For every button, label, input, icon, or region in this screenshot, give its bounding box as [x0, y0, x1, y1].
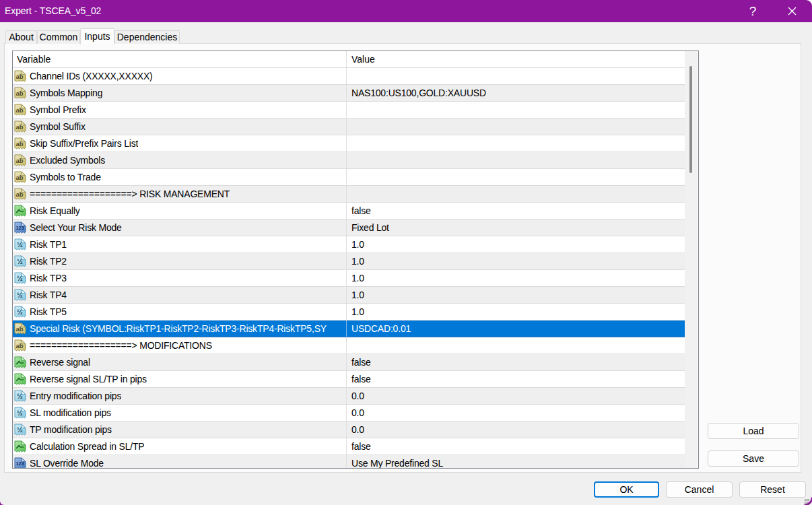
value-cell[interactable]: 0.0	[347, 405, 685, 421]
table-body: abChannel IDs (XXXXX,XXXXX)abSymbols Map…	[13, 68, 685, 469]
close-button[interactable]	[776, 0, 807, 22]
variable-name: ===================> RISK MANAGEMENT	[30, 189, 230, 199]
ok-button[interactable]: OK	[594, 481, 659, 498]
table-row[interactable]: ½Risk TP31.0	[13, 270, 685, 287]
variable-cell[interactable]: ab===================> MODIFICATIONS	[13, 337, 347, 354]
tab-dependencies[interactable]: Dependencies	[114, 30, 180, 44]
value-cell[interactable]	[347, 68, 685, 84]
scrollbar-thumb[interactable]	[689, 66, 692, 173]
variable-cell[interactable]: abSymbol Prefix	[13, 102, 347, 118]
variable-cell[interactable]: ½Risk TP5	[13, 304, 347, 320]
table-row[interactable]: ½TP modification pips0.0	[13, 422, 685, 438]
variable-cell[interactable]: ½Entry modification pips	[13, 388, 347, 404]
table-row[interactable]: Reverse signal SL/TP in pipsfalse	[13, 371, 685, 388]
table-row[interactable]: abSymbol Suffix	[13, 119, 685, 135]
value-cell[interactable]: false	[347, 354, 685, 370]
variable-cell[interactable]: ½TP modification pips	[13, 422, 347, 438]
value-cell[interactable]: USDCAD:0.01	[347, 321, 685, 337]
variable-cell[interactable]: abSkip Suffix/Prefix Pairs List	[13, 135, 347, 152]
variable-cell[interactable]: ab===================> RISK MANAGEMENT	[13, 186, 347, 202]
variable-cell[interactable]: ½Risk TP4	[13, 287, 347, 303]
value-cell[interactable]: 1.0	[347, 270, 685, 286]
value-cell[interactable]	[347, 102, 685, 118]
table-row[interactable]: ½Risk TP41.0	[13, 287, 685, 304]
value-cell[interactable]: 1.0	[347, 304, 685, 320]
tab-common[interactable]: Common	[37, 30, 80, 44]
table-row[interactable]: ab===================> RISK MANAGEMENT	[13, 186, 685, 203]
value-cell[interactable]	[347, 186, 685, 202]
variable-value: false	[347, 371, 685, 387]
table-row[interactable]: ½Risk TP21.0	[13, 253, 685, 270]
variable-name: Channel IDs (XXXXX,XXXXX)	[30, 71, 153, 81]
variable-cell[interactable]: ½Risk TP3	[13, 270, 347, 286]
boolean-type-icon	[14, 373, 26, 385]
help-button[interactable]: ?	[737, 0, 768, 22]
variable-cell[interactable]: ½SL modification pips	[13, 405, 347, 421]
value-cell[interactable]: 1.0	[347, 253, 685, 269]
variable-cell[interactable]: abSymbols to Trade	[13, 169, 347, 185]
value-cell[interactable]: 0.0	[347, 388, 685, 404]
table-row[interactable]: 123SL Override ModeUse My Predefined SL	[13, 455, 685, 469]
vertical-scrollbar[interactable]	[685, 51, 698, 468]
value-cell[interactable]: NAS100:US100,GOLD:XAUUSD	[347, 85, 685, 101]
value-cell[interactable]: Use My Predefined SL	[347, 455, 685, 469]
cancel-button[interactable]: Cancel	[666, 481, 733, 498]
variable-name: SL Override Mode	[30, 458, 104, 469]
variable-cell[interactable]: abChannel IDs (XXXXX,XXXXX)	[13, 68, 347, 84]
table-row[interactable]: Risk Equallyfalse	[13, 203, 685, 220]
load-button[interactable]: Load	[708, 423, 799, 439]
value-cell[interactable]	[347, 169, 685, 185]
table-row[interactable]: abSymbols MappingNAS100:US100,GOLD:XAUUS…	[13, 85, 685, 102]
column-header-variable[interactable]: Variable	[13, 51, 347, 67]
table-row[interactable]: ½SL modification pips0.0	[13, 405, 685, 422]
value-cell[interactable]: Fixed Lot	[347, 220, 685, 236]
save-button[interactable]: Save	[708, 450, 799, 467]
string-type-icon: ab	[14, 104, 26, 116]
column-header-value[interactable]: Value	[347, 51, 685, 67]
value-cell[interactable]	[347, 135, 685, 152]
titlebar[interactable]: Expert - TSCEA_v5_02 ?	[0, 0, 812, 22]
tab-inputs[interactable]: Inputs	[80, 28, 114, 44]
variable-cell[interactable]: 123SL Override Mode	[13, 455, 347, 469]
table-row[interactable]: abSpecial Risk (SYMBOL:RiskTP1-RiskTP2-R…	[13, 321, 685, 337]
variable-cell[interactable]: abExcluded Symbols	[13, 152, 347, 168]
variable-cell[interactable]: ½Risk TP2	[13, 253, 347, 269]
variable-cell[interactable]: abSpecial Risk (SYMBOL:RiskTP1-RiskTP2-R…	[13, 321, 347, 337]
resize-grip-icon[interactable]	[805, 499, 810, 504]
value-cell[interactable]: 1.0	[347, 287, 685, 303]
table-row[interactable]: abSkip Suffix/Prefix Pairs List	[13, 135, 685, 152]
table-row[interactable]: abSymbols to Trade	[13, 169, 685, 186]
string-type-icon: ab	[14, 171, 26, 183]
tab-about[interactable]: About	[5, 30, 37, 44]
table-row[interactable]: abSymbol Prefix	[13, 102, 685, 119]
value-cell[interactable]: 1.0	[347, 236, 685, 252]
table-row[interactable]: abExcluded Symbols	[13, 152, 685, 169]
variable-cell[interactable]: 123Select Your Risk Mode	[13, 220, 347, 236]
table-row[interactable]: ½Risk TP51.0	[13, 304, 685, 321]
variable-cell[interactable]: Calculation Spread in SL/TP	[13, 438, 347, 454]
value-cell[interactable]	[347, 152, 685, 168]
variable-value: NAS100:US100,GOLD:XAUUSD	[347, 85, 685, 101]
reset-button[interactable]: Reset	[739, 481, 806, 498]
string-type-icon: ab	[14, 137, 26, 149]
value-cell[interactable]: false	[347, 438, 685, 454]
value-cell[interactable]	[347, 337, 685, 354]
variable-cell[interactable]: ½Risk TP1	[13, 236, 347, 252]
value-cell[interactable]	[347, 119, 685, 135]
variable-cell[interactable]: Reverse signal	[13, 354, 347, 370]
value-cell[interactable]: 0.0	[347, 422, 685, 438]
table-row[interactable]: ½Risk TP11.0	[13, 236, 685, 253]
table-row[interactable]: ab===================> MODIFICATIONS	[13, 337, 685, 354]
table-row[interactable]: ½Entry modification pips0.0	[13, 388, 685, 405]
table-row[interactable]: Calculation Spread in SL/TPfalse	[13, 438, 685, 455]
variable-cell[interactable]: abSymbols Mapping	[13, 85, 347, 101]
variable-name: Risk Equally	[30, 205, 80, 216]
value-cell[interactable]: false	[347, 371, 685, 387]
table-row[interactable]: Reverse signalfalse	[13, 354, 685, 371]
variable-cell[interactable]: Risk Equally	[13, 203, 347, 219]
table-row[interactable]: abChannel IDs (XXXXX,XXXXX)	[13, 68, 685, 85]
variable-cell[interactable]: Reverse signal SL/TP in pips	[13, 371, 347, 387]
table-row[interactable]: 123Select Your Risk ModeFixed Lot	[13, 220, 685, 236]
variable-cell[interactable]: abSymbol Suffix	[13, 119, 347, 135]
value-cell[interactable]: false	[347, 203, 685, 219]
